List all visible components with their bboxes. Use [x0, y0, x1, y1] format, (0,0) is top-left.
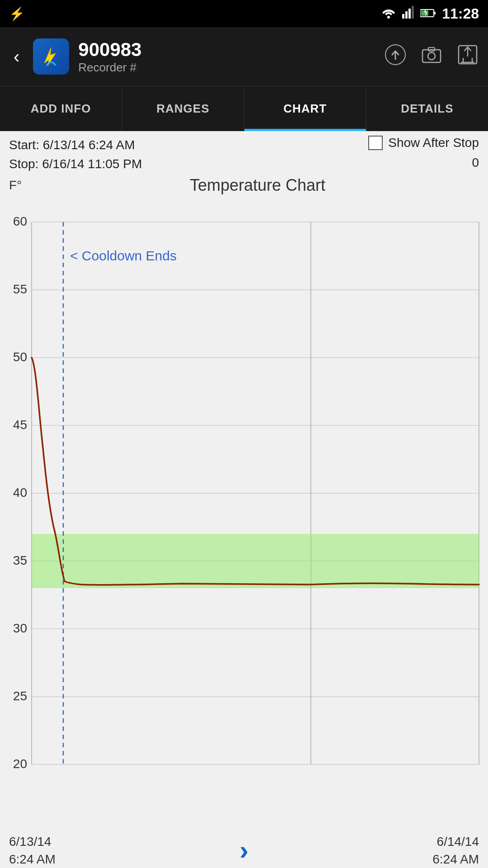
camera-button[interactable] [420, 43, 443, 70]
svg-text:20: 20 [13, 757, 27, 771]
next-button[interactable]: › [239, 835, 249, 866]
status-bar: ⚡ 11 [0, 0, 488, 27]
tab-add-info[interactable]: ADD INFO [0, 86, 122, 131]
svg-rect-6 [434, 12, 436, 14]
signal-icon [402, 6, 415, 22]
status-icons: 11:28 [380, 5, 479, 22]
svg-text:30: 30 [13, 621, 27, 635]
tab-bar: ADD INFO RANGES CHART DETAILS [0, 86, 488, 131]
info-row: Start: 6/13/14 6:24 AM Stop: 6/16/14 11:… [0, 131, 488, 176]
back-button[interactable]: ‹ [9, 42, 24, 71]
tab-details[interactable]: DETAILS [366, 86, 488, 131]
show-after-value: 0 [472, 156, 479, 170]
wifi-icon [380, 6, 397, 22]
svg-point-0 [387, 16, 390, 19]
svg-rect-39 [32, 534, 479, 588]
date-info: Start: 6/13/14 6:24 AM Stop: 6/16/14 11:… [9, 136, 142, 174]
svg-rect-3 [408, 9, 411, 19]
chart-wrapper[interactable]: 60 55 50 45 40 35 30 25 20 < Cooldown En… [0, 199, 488, 826]
app-icon [33, 38, 69, 75]
recorder-number: 900983 [78, 39, 375, 61]
top-bar-actions [384, 43, 479, 70]
y-unit: F° [9, 178, 36, 193]
svg-text:50: 50 [13, 350, 27, 364]
svg-text:45: 45 [13, 418, 27, 432]
upload-button[interactable] [384, 43, 407, 70]
start-date: Start: 6/13/14 6:24 AM [9, 136, 142, 155]
battery-icon [420, 6, 436, 21]
share-button[interactable] [456, 43, 479, 70]
svg-text:< Cooldown Ends: < Cooldown Ends [70, 248, 177, 263]
x-end-label: 6/14/14 6:24 AM [432, 833, 479, 868]
content-area: Start: 6/13/14 6:24 AM Stop: 6/16/14 11:… [0, 131, 488, 868]
recorder-label: Recorder # [78, 61, 375, 75]
svg-text:35: 35 [13, 553, 27, 567]
svg-text:25: 25 [13, 689, 27, 703]
svg-point-14 [428, 52, 435, 60]
svg-rect-1 [402, 14, 404, 19]
tab-ranges[interactable]: RANGES [122, 86, 244, 131]
show-after-stop: Show After Stop 0 [368, 136, 479, 170]
show-after-label: Show After Stop [388, 136, 479, 150]
svg-text:40: 40 [13, 486, 27, 500]
stop-date: Stop: 6/16/14 11:05 PM [9, 155, 142, 174]
top-bar: ‹ 900983 Recorder # [0, 27, 488, 86]
tab-chart[interactable]: CHART [244, 86, 366, 131]
svg-rect-4 [412, 6, 414, 19]
x-axis-row: 6/13/14 6:24 AM › 6/14/14 6:24 AM [0, 826, 488, 868]
chart-title-row: F° Temperature Chart [0, 176, 488, 199]
chart-title: Temperature Chart [36, 176, 479, 195]
status-time: 11:28 [442, 5, 479, 22]
svg-rect-13 [422, 50, 441, 62]
svg-rect-2 [405, 11, 408, 19]
usb-icon: ⚡ [9, 6, 25, 21]
x-start-label: 6/13/14 6:24 AM [9, 833, 56, 868]
temperature-chart-svg: 60 55 50 45 40 35 30 25 20 < Cooldown En… [0, 199, 488, 787]
recorder-info: 900983 Recorder # [78, 39, 375, 75]
svg-text:55: 55 [13, 282, 27, 296]
svg-text:60: 60 [13, 214, 27, 228]
show-after-stop-checkbox[interactable] [368, 136, 383, 150]
